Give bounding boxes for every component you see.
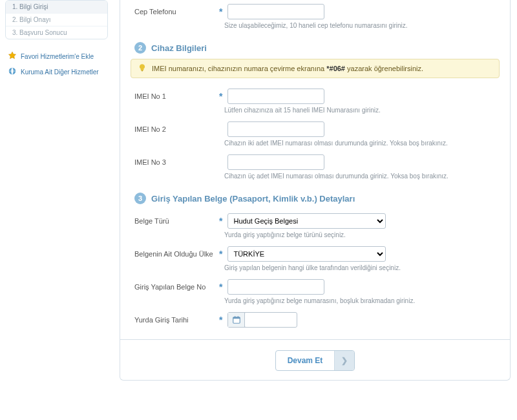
form-panel: Cep Telefonu * Size ulaşabileceğimiz, 10… xyxy=(120,0,511,381)
phone-hint: Size ulaşabileceğimiz, 10 haneli cep tel… xyxy=(224,22,496,29)
required-icon: * xyxy=(219,213,224,229)
doc-type-select[interactable]: Hudut Geçiş Belgesi xyxy=(227,213,386,229)
add-favorites-link[interactable]: Favori Hizmetlerim'e Ekle xyxy=(5,48,108,64)
doc-no-input[interactable] xyxy=(227,279,324,295)
doc-no-hint: Yurda giriş yaptığınız belge numarasını,… xyxy=(224,297,496,304)
required-icon: * xyxy=(219,246,224,262)
imei2-hint: Cihazın iki adet IMEI numarası olması du… xyxy=(224,140,496,147)
other-services-label: Kuruma Ait Diğer Hizmetler xyxy=(21,68,99,76)
section-3-title: Giriş Yapılan Belge (Pasaport, Kimlik v.… xyxy=(151,194,355,204)
svg-rect-1 xyxy=(142,70,143,71)
imei3-label: IMEI No 3 xyxy=(134,154,215,166)
required-icon: * xyxy=(219,279,224,295)
required-icon: * xyxy=(219,312,224,328)
sidebar-step-3[interactable]: 3. Başvuru Sonucu xyxy=(6,26,107,39)
required-icon: * xyxy=(219,89,224,104)
section-2-title: Cihaz Bilgileri xyxy=(151,43,207,53)
imei2-label: IMEI No 2 xyxy=(134,121,215,133)
calendar-icon[interactable] xyxy=(228,313,245,327)
entry-date-label: Yurda Giriş Tarihi xyxy=(134,312,215,324)
imei-info-text: IMEI numaranızı, cihazınızın numara çevi… xyxy=(152,65,423,72)
globe-icon xyxy=(8,67,17,77)
imei2-input[interactable] xyxy=(227,121,324,137)
doc-type-hint: Yurda giriş yaptığınız belge türünü seçi… xyxy=(224,231,496,238)
doc-country-select[interactable]: TÜRKİYE xyxy=(227,246,386,262)
other-services-link[interactable]: Kuruma Ait Diğer Hizmetler xyxy=(5,64,108,79)
section-2-number: 2 xyxy=(134,42,146,54)
chevron-right-icon: ❯ xyxy=(334,351,354,370)
doc-country-label: Belgenin Ait Olduğu Ülke xyxy=(134,246,215,258)
phone-input[interactable] xyxy=(227,4,324,19)
svg-rect-3 xyxy=(233,317,240,319)
phone-label: Cep Telefonu xyxy=(134,4,215,16)
entry-date-input[interactable] xyxy=(245,313,297,327)
continue-button-label: Devam Et xyxy=(276,351,335,370)
svg-rect-4 xyxy=(235,316,235,318)
add-favorites-label: Favori Hizmetlerim'e Ekle xyxy=(21,53,94,60)
sidebar-step-2[interactable]: 2. Bilgi Onayı xyxy=(6,14,107,26)
sidebar-steps: 1. Bilgi Girişi 2. Bilgi Onayı 3. Başvur… xyxy=(5,0,108,39)
required-icon: * xyxy=(219,4,224,19)
imei3-input[interactable] xyxy=(227,154,324,170)
imei1-input[interactable] xyxy=(227,89,324,104)
doc-type-label: Belge Türü xyxy=(134,213,215,225)
section-3-number: 3 xyxy=(134,193,146,204)
doc-no-label: Giriş Yapılan Belge No xyxy=(134,279,215,291)
imei1-hint: Lütfen cihazınıza ait 15 haneli IMEI Num… xyxy=(224,107,496,114)
sidebar-step-1[interactable]: 1. Bilgi Girişi xyxy=(6,1,107,14)
imei-info-band: IMEI numaranızı, cihazınızın numara çevi… xyxy=(131,59,500,78)
svg-rect-5 xyxy=(238,316,238,318)
imei1-label: IMEI No 1 xyxy=(134,89,215,100)
continue-button[interactable]: Devam Et ❯ xyxy=(275,350,355,371)
doc-country-hint: Giriş yapılan belgenin hangi ülke tarafı… xyxy=(224,264,496,271)
imei3-hint: Cihazın üç adet IMEI numarası olması dur… xyxy=(224,173,496,180)
star-icon xyxy=(8,51,17,61)
lightbulb-icon xyxy=(138,63,147,74)
